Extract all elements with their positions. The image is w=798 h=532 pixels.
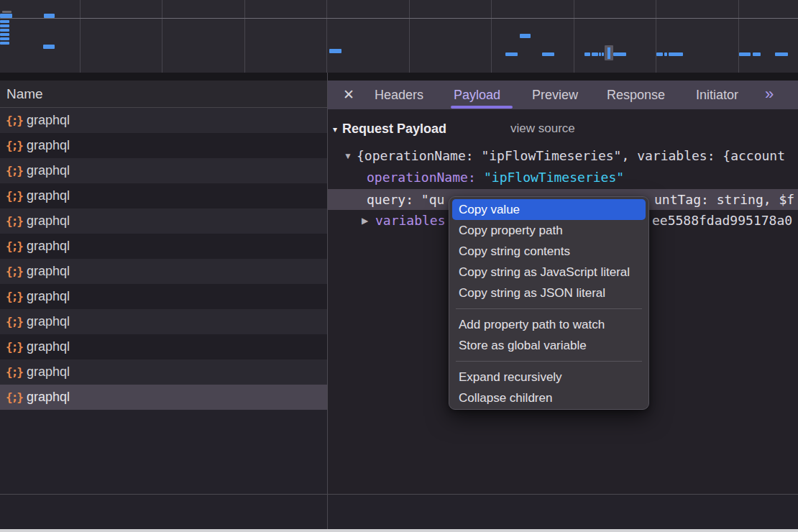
network-overview-timeline[interactable] <box>0 0 798 73</box>
request-name: graphql <box>27 234 70 259</box>
request-name: graphql <box>27 284 70 309</box>
query-fragment-right: untTag: string, $f <box>654 189 794 210</box>
request-row[interactable]: {;}graphql <box>0 284 327 309</box>
property-key: operationName: <box>367 167 476 188</box>
timeline-selection-tick <box>607 47 610 59</box>
json-braces-icon: {;} <box>6 183 24 208</box>
request-row-selected[interactable]: {;}graphql <box>0 385 327 410</box>
request-row[interactable]: {;}graphql <box>0 234 327 259</box>
json-braces-icon: {;} <box>6 334 24 359</box>
waterfall-bar <box>44 14 55 18</box>
request-name: graphql <box>27 108 70 133</box>
menu-divider <box>449 303 648 314</box>
close-icon[interactable]: ✕ <box>343 81 354 109</box>
waterfall-bar <box>592 52 598 56</box>
waterfall-bar <box>669 52 683 56</box>
request-name: graphql <box>27 208 70 234</box>
waterfall-bar <box>664 52 667 56</box>
request-row[interactable]: {;}graphql <box>0 183 327 208</box>
json-braces-icon: {;} <box>6 108 24 133</box>
tab-response[interactable]: Response <box>607 81 665 109</box>
tab-headers[interactable]: Headers <box>375 81 423 109</box>
json-braces-icon: {;} <box>6 284 24 309</box>
request-row[interactable]: {;}graphql <box>0 359 327 385</box>
context-menu: Copy value Copy property path Copy strin… <box>449 196 649 410</box>
footer-divider <box>0 494 798 495</box>
waterfall-bar <box>0 29 9 32</box>
menu-item-copy-string-json-literal[interactable]: Copy string as JSON literal <box>452 283 646 303</box>
json-braces-icon: {;} <box>6 234 24 259</box>
timeline-ruler-line <box>0 18 798 19</box>
timeline-gridline <box>80 0 81 73</box>
menu-divider <box>449 356 648 367</box>
json-braces-icon: {;} <box>6 208 24 234</box>
tab-preview[interactable]: Preview <box>532 81 578 109</box>
expand-triangle-icon[interactable]: ▼ <box>344 146 352 166</box>
waterfall-bar <box>2 11 12 13</box>
expand-triangle-icon[interactable]: ▶ <box>362 211 368 231</box>
view-source-link[interactable]: view source <box>510 119 575 138</box>
request-row[interactable]: {;}graphql <box>0 208 327 234</box>
waterfall-bar <box>739 52 751 56</box>
payload-operationname-row[interactable]: operationName: "ipFlowTimeseries" <box>328 167 798 188</box>
waterfall-bar <box>584 52 590 56</box>
overview-bottom-strip <box>0 73 798 81</box>
waterfall-bar <box>0 20 9 23</box>
payload-root-preview: {operationName: "ipFlowTimeseries", vari… <box>357 145 785 166</box>
menu-item-copy-string-contents[interactable]: Copy string contents <box>452 241 646 262</box>
request-row[interactable]: {;}graphql <box>0 108 327 133</box>
request-name: graphql <box>27 183 70 208</box>
property-value: "ipFlowTimeseries" <box>484 167 624 188</box>
menu-item-copy-value[interactable]: Copy value <box>452 199 646 220</box>
request-name: graphql <box>27 385 70 410</box>
section-collapse-icon[interactable]: ▾ <box>333 120 337 139</box>
timeline-gridline <box>162 0 162 73</box>
more-tabs-icon[interactable]: » <box>765 81 771 109</box>
menu-item-add-property-path-watch[interactable]: Add property path to watch <box>452 314 646 335</box>
timeline-gridline <box>574 0 574 73</box>
request-row[interactable]: {;}graphql <box>0 309 327 334</box>
timeline-gridline <box>409 0 410 73</box>
waterfall-bar <box>0 33 9 36</box>
timeline-gridline <box>491 0 492 73</box>
request-row[interactable]: {;}graphql <box>0 334 327 359</box>
property-key: variables <box>375 210 446 231</box>
menu-item-expand-recursively[interactable]: Expand recursively <box>452 367 646 387</box>
name-column-header[interactable]: Name <box>0 81 327 108</box>
selected-tab-underline <box>451 106 513 109</box>
waterfall-bar <box>520 34 531 38</box>
menu-item-copy-property-path[interactable]: Copy property path <box>452 220 646 241</box>
menu-item-collapse-children[interactable]: Collapse children <box>452 387 646 408</box>
tab-payload[interactable]: Payload <box>454 81 500 109</box>
json-braces-icon: {;} <box>6 133 24 158</box>
request-row[interactable]: {;}graphql <box>0 158 327 183</box>
window-bottom-edge <box>0 529 798 532</box>
timeline-gridline <box>656 0 656 73</box>
timeline-gridline <box>326 0 327 73</box>
tab-initiator[interactable]: Initiator <box>696 81 738 109</box>
request-row[interactable]: {;}graphql <box>0 133 327 158</box>
request-row[interactable]: {;}graphql <box>0 259 327 284</box>
request-name: graphql <box>27 334 70 359</box>
json-braces-icon: {;} <box>6 158 24 183</box>
waterfall-bar <box>329 49 341 53</box>
detail-tab-bar: ✕ Headers Payload Preview Response Initi… <box>328 81 798 109</box>
waterfall-bar <box>656 52 663 56</box>
variables-fragment-right: ee5588fdad995178a0 <box>652 210 792 231</box>
waterfall-bar <box>0 37 9 40</box>
waterfall-bar <box>505 52 518 56</box>
waterfall-bar <box>753 52 761 56</box>
waterfall-bar <box>0 42 9 45</box>
menu-item-store-global-variable[interactable]: Store as global variable <box>452 335 646 356</box>
request-payload-section: ▾ Request Payload view source <box>328 119 798 138</box>
menu-item-copy-string-js-literal[interactable]: Copy string as JavaScript literal <box>452 262 646 283</box>
waterfall-bar <box>602 52 604 56</box>
request-name: graphql <box>27 309 70 334</box>
waterfall-bar <box>542 52 554 56</box>
timeline-gridline <box>244 0 245 73</box>
waterfall-bar <box>613 52 626 56</box>
payload-root-row[interactable]: ▼ {operationName: "ipFlowTimeseries", va… <box>328 145 798 166</box>
timeline-gridline <box>738 0 739 73</box>
timeline-selection-marker[interactable] <box>605 45 613 60</box>
requests-list-panel: Name {;}graphql {;}graphql {;}graphql {;… <box>0 81 327 494</box>
